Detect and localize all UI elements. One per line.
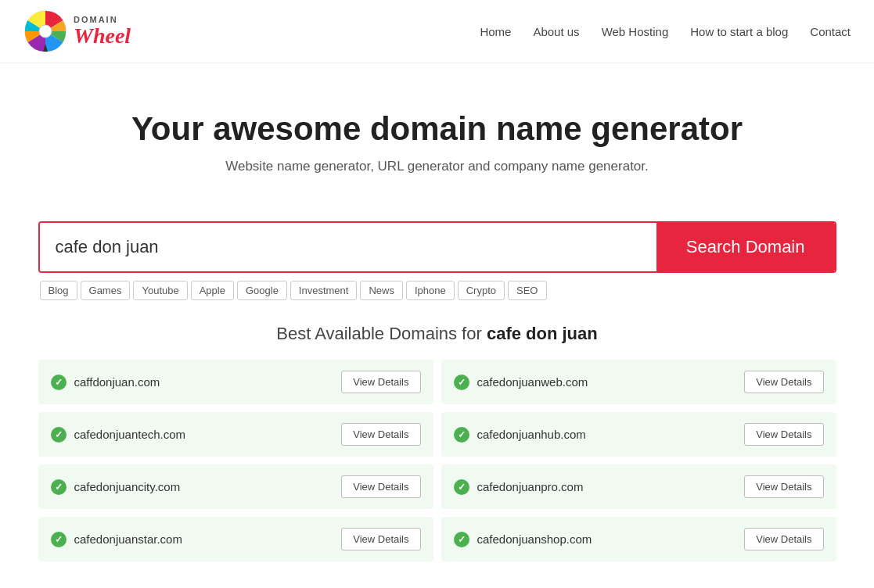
search-input[interactable] — [40, 223, 656, 271]
tag-seo[interactable]: SEO — [508, 281, 546, 300]
domain-row: cafedonjuanpro.comView Details — [441, 464, 836, 509]
view-details-button[interactable]: View Details — [341, 475, 420, 498]
domain-name: cafedonjuanstar.com — [74, 532, 182, 546]
domain-row: cafedonjuanshop.comView Details — [441, 517, 836, 561]
nav-item-about[interactable]: About us — [533, 25, 579, 38]
search-button[interactable]: Search Domain — [656, 223, 835, 271]
available-icon — [454, 427, 469, 443]
domain-left: cafedonjuanpro.com — [454, 479, 584, 495]
hero-title: Your awesome domain name generator — [16, 110, 858, 148]
available-icon — [51, 427, 67, 443]
domain-row: cafedonjuantech.comView Details — [38, 412, 433, 457]
domain-name: cafedonjuantech.com — [74, 428, 186, 441]
results-query: cafe don juan — [487, 324, 598, 343]
logo-wheel-label: Wheel — [74, 24, 131, 48]
domain-row: cafedonjuanstar.comView Details — [38, 517, 433, 561]
available-icon — [51, 479, 67, 495]
view-details-button[interactable]: View Details — [744, 528, 823, 550]
domain-name: cafedonjuancity.com — [74, 480, 181, 493]
domain-name: cafedonjuanpro.com — [477, 480, 584, 493]
view-details-button[interactable]: View Details — [341, 528, 420, 550]
hero-subtitle: Website name generator, URL generator an… — [16, 159, 858, 174]
nav-item-home[interactable]: Home — [480, 25, 511, 38]
available-icon — [51, 532, 67, 547]
domain-row: caffdonjuan.comView Details — [38, 360, 433, 404]
domain-left: cafedonjuancity.com — [51, 479, 181, 495]
header: DOMAIN Wheel HomeAbout usWeb HostingHow … — [0, 0, 874, 63]
tags-container: BlogGamesYoutubeAppleGoogleInvestmentNew… — [38, 281, 836, 300]
domain-name: cafedonjuanweb.com — [477, 375, 588, 389]
view-details-button[interactable]: View Details — [744, 423, 823, 446]
nav-item-contact[interactable]: Contact — [810, 25, 851, 38]
logo-text: DOMAIN Wheel — [74, 15, 131, 48]
tag-games[interactable]: Games — [81, 281, 131, 300]
domain-row: cafedonjuanweb.comView Details — [441, 360, 836, 404]
domain-row: cafedonjuanhub.comView Details — [441, 412, 836, 457]
tag-investment[interactable]: Investment — [290, 281, 358, 300]
domain-name: cafedonjuanhub.com — [477, 428, 586, 441]
hero-section: Your awesome domain name generator Websi… — [0, 63, 874, 198]
search-box: Search Domain — [38, 221, 836, 273]
domain-left: cafedonjuanhub.com — [454, 427, 586, 443]
view-details-button[interactable]: View Details — [744, 475, 823, 498]
view-details-button[interactable]: View Details — [341, 423, 420, 446]
domain-left: cafedonjuanshop.com — [454, 532, 592, 547]
domain-row: cafedonjuancity.comView Details — [38, 464, 433, 509]
logo[interactable]: DOMAIN Wheel — [23, 9, 131, 53]
tag-blog[interactable]: Blog — [40, 281, 77, 300]
results-section: Best Available Domains for cafe don juan… — [23, 324, 852, 561]
domain-left: cafedonjuanstar.com — [51, 532, 182, 547]
domain-name: caffdonjuan.com — [74, 375, 160, 389]
results-title-prefix: Best Available Domains for — [276, 324, 482, 343]
available-icon — [454, 479, 469, 495]
tag-iphone[interactable]: Iphone — [406, 281, 455, 300]
domain-left: cafedonjuanweb.com — [454, 375, 588, 390]
tag-youtube[interactable]: Youtube — [133, 281, 187, 300]
svg-point-1 — [39, 25, 52, 38]
nav-item-hosting[interactable]: Web Hosting — [602, 25, 669, 38]
available-icon — [454, 375, 469, 390]
available-icon — [454, 532, 469, 547]
tag-apple[interactable]: Apple — [191, 281, 234, 300]
logo-domain-label: DOMAIN — [74, 15, 131, 24]
tag-google[interactable]: Google — [237, 281, 287, 300]
view-details-button[interactable]: View Details — [341, 371, 420, 393]
main-nav: HomeAbout usWeb HostingHow to start a bl… — [480, 25, 851, 38]
results-title: Best Available Domains for cafe don juan — [38, 324, 836, 344]
nav-item-blog[interactable]: How to start a blog — [690, 25, 788, 38]
domain-name: cafedonjuanshop.com — [477, 532, 592, 546]
tag-news[interactable]: News — [360, 281, 403, 300]
domain-left: cafedonjuantech.com — [51, 427, 186, 443]
available-icon — [51, 375, 67, 390]
logo-wheel-icon — [23, 9, 67, 53]
view-details-button[interactable]: View Details — [744, 371, 823, 393]
search-section: Search Domain BlogGamesYoutubeAppleGoogl… — [23, 221, 852, 300]
tag-crypto[interactable]: Crypto — [458, 281, 505, 300]
domain-left: caffdonjuan.com — [51, 375, 160, 390]
results-grid: caffdonjuan.comView Detailscafedonjuanwe… — [38, 360, 836, 561]
